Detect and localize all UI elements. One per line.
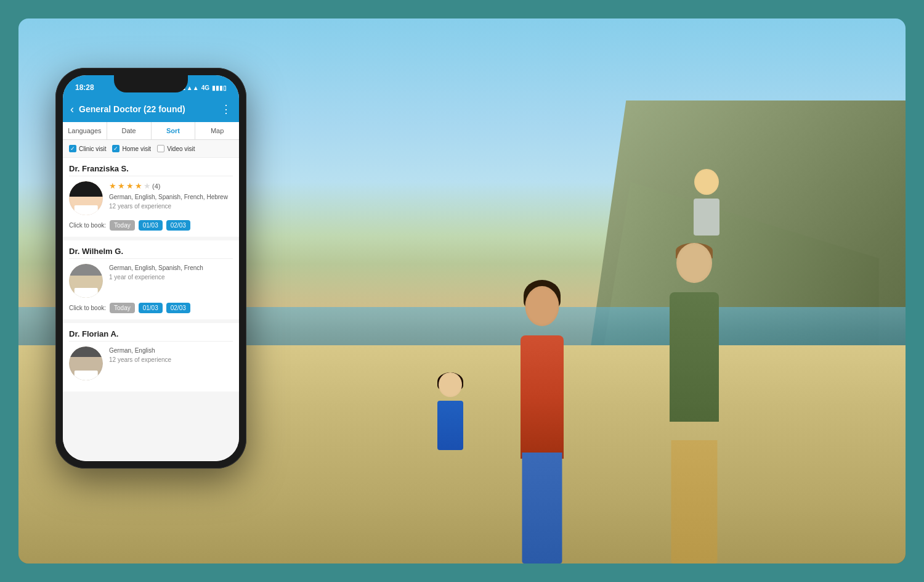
doctor-info-row: German, English, Spanish, French 1 year … xyxy=(69,264,233,298)
header-title: General Doctor (22 found) xyxy=(79,104,216,114)
star-3: ★ xyxy=(126,181,134,191)
today-button[interactable]: Today xyxy=(110,303,135,313)
date-button-2[interactable]: 02/03 xyxy=(166,303,190,313)
doctor-languages: German, English xyxy=(109,346,233,355)
doctor-card: Dr. Franziska S. ★ xyxy=(63,158,239,237)
doctor-avatar xyxy=(69,264,103,298)
doctor-card: Dr. Florian A. German, English 12 years … xyxy=(63,323,239,391)
doctor-avatar xyxy=(69,346,103,380)
date-button-2[interactable]: 02/03 xyxy=(166,220,190,231)
man-head xyxy=(676,243,712,283)
doctor-info-row: German, English 12 years of experience xyxy=(69,346,233,380)
star-1: ★ xyxy=(109,181,116,191)
doctor-name: Dr. Franziska S. xyxy=(69,164,233,176)
woman-legs xyxy=(522,453,562,564)
girl-body xyxy=(437,401,463,450)
back-button[interactable]: ‹ xyxy=(70,103,74,116)
phone-inner: 18:28 ▲▲▲ 4G ▮▮▮▯ ‹ General Doctor (22 f… xyxy=(63,75,239,461)
family-group xyxy=(267,100,817,564)
man-figure xyxy=(654,243,734,564)
filter-row: ✓ Clinic visit ✓ Home visit Video visit xyxy=(63,140,239,158)
tab-bar: Languages Date Sort Map xyxy=(63,122,239,140)
star-2: ★ xyxy=(118,181,125,191)
more-button[interactable]: ⋮ xyxy=(221,102,232,116)
click-to-book-label: Click to book: xyxy=(69,305,106,311)
phone-content: 18:28 ▲▲▲ 4G ▮▮▮▯ ‹ General Doctor (22 f… xyxy=(63,75,239,461)
woman-body xyxy=(521,335,564,459)
status-time: 18:28 xyxy=(75,83,94,92)
booking-row: Click to book: Today 01/03 02/03 xyxy=(69,220,233,231)
video-visit-checkbox[interactable] xyxy=(157,145,164,152)
tab-sort[interactable]: Sort xyxy=(152,122,196,139)
doctor-card: Dr. Wilhelm G. German, English, Spanish,… xyxy=(63,240,239,319)
tab-map[interactable]: Map xyxy=(195,122,239,139)
doctor-avatar xyxy=(69,181,103,215)
doctor-languages: German, English, Spanish, French, Hebrew xyxy=(109,193,233,202)
filter-home-visit[interactable]: ✓ Home visit xyxy=(112,145,151,152)
doctor-photo xyxy=(69,346,103,380)
doctor-name: Dr. Wilhelm G. xyxy=(69,247,233,259)
man-pants xyxy=(671,440,718,564)
page-wrapper: 18:28 ▲▲▲ 4G ▮▮▮▯ ‹ General Doctor (22 f… xyxy=(0,0,924,582)
click-to-book-label: Click to book: xyxy=(69,222,106,229)
doctor-name: Dr. Florian A. xyxy=(69,329,233,342)
doctor-languages: German, English, Spanish, French xyxy=(109,264,233,273)
phone-mockup: 18:28 ▲▲▲ 4G ▮▮▮▯ ‹ General Doctor (22 f… xyxy=(55,68,246,469)
doctor-details: German, English 12 years of experience xyxy=(109,346,233,380)
woman-head xyxy=(525,286,559,326)
rating-count: (4) xyxy=(152,182,160,190)
doctor-photo xyxy=(69,264,103,298)
boy-figure xyxy=(691,169,722,237)
filter-clinic-visit[interactable]: ✓ Clinic visit xyxy=(69,145,106,152)
clinic-visit-checkbox[interactable]: ✓ xyxy=(69,145,76,152)
app-header: ‹ General Doctor (22 found) ⋮ xyxy=(63,97,239,122)
filter-video-visit[interactable]: Video visit xyxy=(157,145,195,152)
network-label: 4G xyxy=(201,84,209,91)
battery-icon: ▮▮▮▯ xyxy=(212,84,227,91)
star-4: ★ xyxy=(135,181,142,191)
doctor-info-row: ★ ★ ★ ★ ★ (4) German, English, Spanish, … xyxy=(69,181,233,215)
phone-notch xyxy=(114,75,188,92)
doctor-details: ★ ★ ★ ★ ★ (4) German, English, Spanish, … xyxy=(109,181,233,215)
boy-shirt xyxy=(694,199,719,236)
booking-row: Click to book: Today 01/03 02/03 xyxy=(69,303,233,313)
girl-head xyxy=(439,372,462,397)
date-button-1[interactable]: 01/03 xyxy=(139,220,163,231)
woman-figure xyxy=(505,268,579,564)
boy-head xyxy=(694,169,719,195)
content-area: 18:28 ▲▲▲ 4G ▮▮▮▯ ‹ General Doctor (22 f… xyxy=(18,18,906,564)
today-button[interactable]: Today xyxy=(110,220,135,231)
home-visit-checkbox[interactable]: ✓ xyxy=(112,145,120,152)
doctor-photo xyxy=(69,181,103,215)
status-icons: ▲▲▲ 4G ▮▮▮▯ xyxy=(180,84,227,91)
doctor-rating: ★ ★ ★ ★ ★ (4) xyxy=(109,181,233,191)
tab-date[interactable]: Date xyxy=(107,122,152,139)
doctors-list: Dr. Franziska S. ★ xyxy=(63,158,239,461)
star-5: ★ xyxy=(144,181,151,191)
doctor-experience: 1 year of experience xyxy=(109,274,233,281)
date-button-1[interactable]: 01/03 xyxy=(139,303,163,313)
girl-figure xyxy=(432,372,469,453)
doctor-experience: 12 years of experience xyxy=(109,356,233,363)
doctor-details: German, English, Spanish, French 1 year … xyxy=(109,264,233,298)
man-shirt xyxy=(670,292,719,422)
phone-outer: 18:28 ▲▲▲ 4G ▮▮▮▯ ‹ General Doctor (22 f… xyxy=(55,68,246,469)
tab-languages[interactable]: Languages xyxy=(63,122,107,139)
doctor-experience: 12 years of experience xyxy=(109,203,233,210)
